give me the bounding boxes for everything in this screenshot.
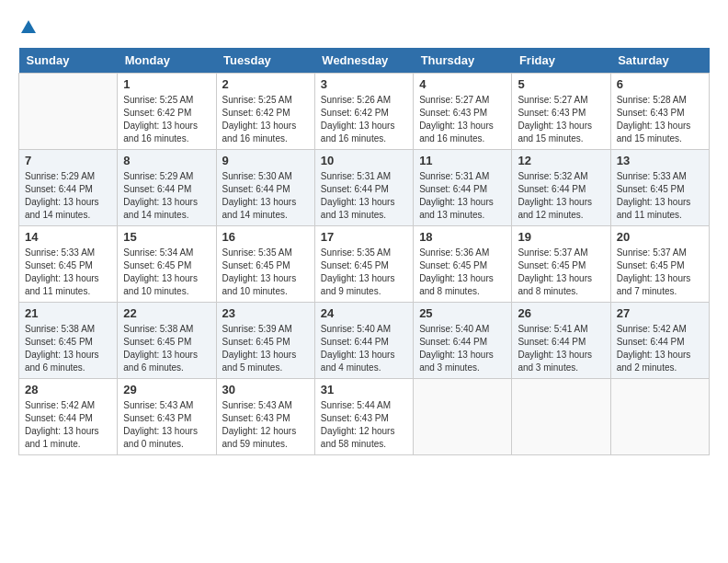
day-number: 17 [321,230,407,244]
calendar-week-row: 7Sunrise: 5:29 AMSunset: 6:44 PMDaylight… [19,150,710,226]
calendar-cell: 24Sunrise: 5:40 AMSunset: 6:44 PMDayligh… [314,303,413,379]
day-number: 23 [222,306,309,320]
day-info: Sunrise: 5:36 AMSunset: 6:45 PMDaylight:… [419,247,506,298]
calendar-cell: 3Sunrise: 5:26 AMSunset: 6:42 PMDaylight… [314,74,413,150]
day-number: 9 [222,154,309,167]
logo-icon [20,18,37,35]
calendar-cell: 1Sunrise: 5:25 AMSunset: 6:42 PMDaylight… [118,74,216,150]
day-info: Sunrise: 5:30 AMSunset: 6:44 PMDaylight:… [222,170,309,222]
day-number: 28 [25,383,111,396]
day-info: Sunrise: 5:29 AMSunset: 6:44 PMDaylight:… [25,170,111,222]
calendar-cell: 30Sunrise: 5:43 AMSunset: 6:43 PMDayligh… [216,379,314,455]
column-header-tuesday: Tuesday [216,48,314,74]
calendar-cell: 17Sunrise: 5:35 AMSunset: 6:45 PMDayligh… [314,226,413,303]
logo [18,18,37,39]
calendar-cell: 18Sunrise: 5:36 AMSunset: 6:45 PMDayligh… [414,226,512,303]
calendar-cell [414,379,512,455]
calendar-cell: 25Sunrise: 5:40 AMSunset: 6:44 PMDayligh… [414,303,512,379]
day-info: Sunrise: 5:43 AMSunset: 6:43 PMDaylight:… [222,399,309,451]
day-number: 2 [222,77,309,91]
day-info: Sunrise: 5:42 AMSunset: 6:44 PMDaylight:… [25,399,111,451]
day-info: Sunrise: 5:41 AMSunset: 6:44 PMDaylight:… [518,323,604,374]
calendar-cell [610,379,709,455]
calendar-week-row: 21Sunrise: 5:38 AMSunset: 6:45 PMDayligh… [19,303,710,379]
calendar-cell: 29Sunrise: 5:43 AMSunset: 6:43 PMDayligh… [118,379,216,455]
day-number: 31 [321,383,407,396]
day-info: Sunrise: 5:42 AMSunset: 6:44 PMDaylight:… [617,323,703,374]
day-number: 18 [419,230,506,244]
day-number: 21 [25,306,111,320]
calendar-cell: 11Sunrise: 5:31 AMSunset: 6:44 PMDayligh… [414,150,512,226]
calendar-cell: 10Sunrise: 5:31 AMSunset: 6:44 PMDayligh… [314,150,413,226]
day-number: 15 [123,230,210,244]
day-number: 16 [222,230,309,244]
day-info: Sunrise: 5:44 AMSunset: 6:43 PMDaylight:… [321,399,407,451]
calendar-cell: 2Sunrise: 5:25 AMSunset: 6:42 PMDaylight… [216,74,314,150]
calendar-cell: 27Sunrise: 5:42 AMSunset: 6:44 PMDayligh… [610,303,709,379]
day-info: Sunrise: 5:32 AMSunset: 6:44 PMDaylight:… [518,170,604,222]
day-number: 10 [321,154,407,167]
calendar-cell: 31Sunrise: 5:44 AMSunset: 6:43 PMDayligh… [314,379,413,455]
calendar-cell: 14Sunrise: 5:33 AMSunset: 6:45 PMDayligh… [19,226,118,303]
day-number: 6 [617,77,703,91]
day-number: 26 [518,306,604,320]
day-number: 11 [419,154,506,167]
calendar-week-row: 14Sunrise: 5:33 AMSunset: 6:45 PMDayligh… [19,226,710,303]
day-info: Sunrise: 5:26 AMSunset: 6:42 PMDaylight:… [321,94,407,145]
calendar-week-row: 1Sunrise: 5:25 AMSunset: 6:42 PMDaylight… [19,74,710,150]
calendar-cell: 8Sunrise: 5:29 AMSunset: 6:44 PMDaylight… [118,150,216,226]
svg-marker-0 [21,20,36,33]
calendar-cell: 23Sunrise: 5:39 AMSunset: 6:45 PMDayligh… [216,303,314,379]
calendar-header-row: SundayMondayTuesdayWednesdayThursdayFrid… [19,48,710,74]
calendar-cell: 6Sunrise: 5:28 AMSunset: 6:43 PMDaylight… [610,74,709,150]
calendar-cell: 5Sunrise: 5:27 AMSunset: 6:43 PMDaylight… [512,74,610,150]
day-number: 19 [518,230,604,244]
day-info: Sunrise: 5:25 AMSunset: 6:42 PMDaylight:… [222,94,309,145]
day-number: 5 [518,77,604,91]
day-number: 3 [321,77,407,91]
day-info: Sunrise: 5:27 AMSunset: 6:43 PMDaylight:… [419,94,506,145]
day-info: Sunrise: 5:38 AMSunset: 6:45 PMDaylight:… [25,323,111,374]
day-number: 1 [123,77,210,91]
day-info: Sunrise: 5:28 AMSunset: 6:43 PMDaylight:… [617,94,703,145]
day-info: Sunrise: 5:34 AMSunset: 6:45 PMDaylight:… [123,247,210,298]
day-info: Sunrise: 5:31 AMSunset: 6:44 PMDaylight:… [321,170,407,222]
day-number: 4 [419,77,506,91]
day-number: 27 [617,306,703,320]
calendar-cell: 9Sunrise: 5:30 AMSunset: 6:44 PMDaylight… [216,150,314,226]
column-header-monday: Monday [118,48,216,74]
day-number: 25 [419,306,506,320]
calendar-cell [512,379,610,455]
calendar-cell: 28Sunrise: 5:42 AMSunset: 6:44 PMDayligh… [19,379,118,455]
day-info: Sunrise: 5:40 AMSunset: 6:44 PMDaylight:… [321,323,407,374]
day-number: 14 [25,230,111,244]
column-header-friday: Friday [512,48,610,74]
column-header-wednesday: Wednesday [314,48,413,74]
calendar-cell: 4Sunrise: 5:27 AMSunset: 6:43 PMDaylight… [414,74,512,150]
day-info: Sunrise: 5:43 AMSunset: 6:43 PMDaylight:… [123,399,210,451]
calendar-cell: 7Sunrise: 5:29 AMSunset: 6:44 PMDaylight… [19,150,118,226]
page-header [18,18,710,39]
day-info: Sunrise: 5:37 AMSunset: 6:45 PMDaylight:… [518,247,604,298]
day-number: 12 [518,154,604,167]
calendar-cell: 16Sunrise: 5:35 AMSunset: 6:45 PMDayligh… [216,226,314,303]
day-info: Sunrise: 5:35 AMSunset: 6:45 PMDaylight:… [321,247,407,298]
day-number: 30 [222,383,309,396]
column-header-thursday: Thursday [414,48,512,74]
day-number: 22 [123,306,210,320]
day-info: Sunrise: 5:33 AMSunset: 6:45 PMDaylight:… [617,170,703,222]
calendar-table: SundayMondayTuesdayWednesdayThursdayFrid… [18,48,710,455]
calendar-cell: 15Sunrise: 5:34 AMSunset: 6:45 PMDayligh… [118,226,216,303]
day-number: 20 [617,230,703,244]
day-info: Sunrise: 5:25 AMSunset: 6:42 PMDaylight:… [123,94,210,145]
day-number: 8 [123,154,210,167]
day-info: Sunrise: 5:38 AMSunset: 6:45 PMDaylight:… [123,323,210,374]
calendar-cell: 22Sunrise: 5:38 AMSunset: 6:45 PMDayligh… [118,303,216,379]
column-header-saturday: Saturday [610,48,709,74]
day-info: Sunrise: 5:37 AMSunset: 6:45 PMDaylight:… [617,247,703,298]
day-number: 29 [123,383,210,396]
day-info: Sunrise: 5:35 AMSunset: 6:45 PMDaylight:… [222,247,309,298]
calendar-week-row: 28Sunrise: 5:42 AMSunset: 6:44 PMDayligh… [19,379,710,455]
day-info: Sunrise: 5:29 AMSunset: 6:44 PMDaylight:… [123,170,210,222]
day-number: 7 [25,154,111,167]
